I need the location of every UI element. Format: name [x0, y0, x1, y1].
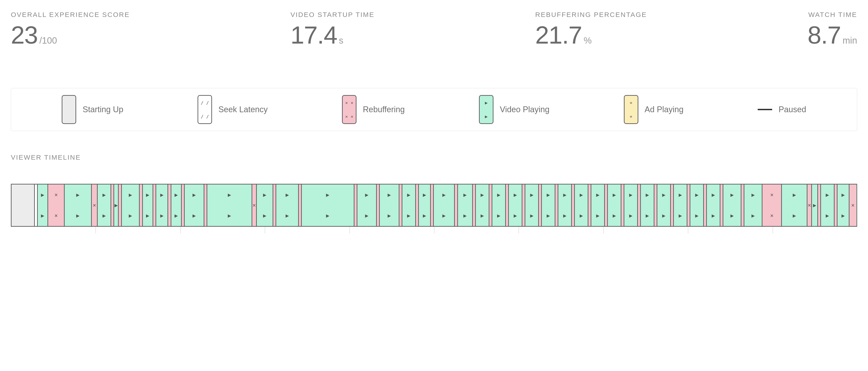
timeline-segment-playing[interactable]: ▶▶: [607, 184, 621, 226]
timeline-segment-rebuffer[interactable]: [571, 184, 574, 226]
axis-tick: [349, 227, 434, 234]
timeline-segment-playing[interactable]: ▶▶: [525, 184, 538, 226]
timeline-segment-playing[interactable]: ▶▶: [690, 184, 703, 226]
timeline-segment-playing[interactable]: ▶▶: [574, 184, 588, 226]
timeline-segment-playing[interactable]: ▶: [114, 184, 118, 226]
viewer-timeline-chart: ▶▶××▶▶×▶▶▶▶▶▶▶▶▶▶▶▶▶▶▶×▶▶▶▶▶▶▶▶▶▶▶▶▶▶▶▶▶…: [11, 184, 857, 234]
timeline-axis: [11, 227, 857, 234]
timeline-segment-rebuffer[interactable]: [741, 184, 744, 226]
timeline-segment-rebuffer[interactable]: ×: [91, 184, 97, 226]
timeline-segment-playing[interactable]: ▶▶: [97, 184, 111, 226]
timeline-segment-seek[interactable]: [34, 184, 37, 226]
legend-label: Starting Up: [83, 105, 123, 114]
timeline-segment-rebuffer[interactable]: [454, 184, 457, 226]
timeline-segment-rebuffer[interactable]: [555, 184, 558, 226]
timeline-segment-playing[interactable]: ▶▶: [402, 184, 415, 226]
seek-latency-icon: / // /: [197, 95, 212, 124]
timeline-segment-rebuffer[interactable]: [621, 184, 624, 226]
timeline-segment-playing[interactable]: ▶▶: [170, 184, 181, 226]
metric-label: WATCH TIME: [808, 11, 857, 19]
timeline-segment-rebuffer[interactable]: [139, 184, 142, 226]
timeline-segment-rebuffer[interactable]: ××: [762, 184, 781, 226]
timeline-segment-playing[interactable]: ▶▶: [640, 184, 654, 226]
timeline-segment-rebuffer[interactable]: [118, 184, 121, 226]
metrics-row: OVERALL EXPERIENCE SCORE 23 /100 VIDEO S…: [11, 11, 857, 47]
timeline-segment-rebuffer[interactable]: [399, 184, 402, 226]
axis-tick: [11, 227, 95, 234]
timeline-segment-rebuffer[interactable]: [167, 184, 170, 226]
timeline-segment-playing[interactable]: ▶▶: [184, 184, 204, 226]
timeline-segment-rebuffer[interactable]: [430, 184, 433, 226]
timeline-segment-rebuffer[interactable]: [522, 184, 525, 226]
legend-label: Ad Playing: [645, 105, 684, 114]
timeline-segment-rebuffer[interactable]: [489, 184, 492, 226]
timeline-segment-playing[interactable]: ▶▶: [64, 184, 91, 226]
timeline-segment-rebuffer[interactable]: [505, 184, 508, 226]
timeline-segment-playing[interactable]: ▶▶: [379, 184, 399, 226]
timeline-segment-rebuffer[interactable]: [111, 184, 114, 226]
timeline-segment-rebuffer[interactable]: ××: [48, 184, 64, 226]
timeline-segment-rebuffer[interactable]: [273, 184, 276, 226]
timeline-segment-playing[interactable]: ▶▶: [256, 184, 273, 226]
timeline-segment-playing[interactable]: ▶▶: [207, 184, 252, 226]
timeline-segment-playing[interactable]: ▶▶: [433, 184, 454, 226]
timeline-segment-playing[interactable]: ▶▶: [673, 184, 687, 226]
timeline-segment-rebuffer[interactable]: [181, 184, 184, 226]
timeline-segment-playing[interactable]: ▶▶: [820, 184, 834, 226]
axis-tick: [434, 227, 519, 234]
timeline-segment-rebuffer[interactable]: [670, 184, 673, 226]
timeline-segment-rebuffer[interactable]: [654, 184, 657, 226]
timeline-segment-playing[interactable]: ▶▶: [276, 184, 298, 226]
timeline-segment-rebuffer[interactable]: [588, 184, 591, 226]
legend-ad-playing: ++ Ad Playing: [624, 95, 684, 124]
timeline-segment-rebuffer[interactable]: [687, 184, 690, 226]
legend-starting-up: Starting Up: [62, 95, 123, 124]
timeline-segment-rebuffer[interactable]: [153, 184, 156, 226]
timeline-segment-rebuffer[interactable]: ×: [849, 184, 856, 226]
timeline-segment-playing[interactable]: ▶▶: [492, 184, 505, 226]
timeline-segment-playing[interactable]: ▶▶: [837, 184, 849, 226]
timeline-segment-playing[interactable]: ▶▶: [301, 184, 353, 226]
timeline-segment-rebuffer[interactable]: [538, 184, 541, 226]
timeline-segment-playing[interactable]: ▶▶: [457, 184, 472, 226]
timeline-segment-rebuffer[interactable]: [703, 184, 706, 226]
timeline-segment-playing[interactable]: ▶▶: [541, 184, 555, 226]
timeline-segment-playing[interactable]: ▶▶: [744, 184, 762, 226]
timeline-segment-rebuffer[interactable]: [604, 184, 607, 226]
timeline-segment-rebuffer[interactable]: [298, 184, 301, 226]
timeline-track[interactable]: ▶▶××▶▶×▶▶▶▶▶▶▶▶▶▶▶▶▶▶▶×▶▶▶▶▶▶▶▶▶▶▶▶▶▶▶▶▶…: [11, 184, 857, 227]
timeline-segment-playing[interactable]: ▶: [811, 184, 817, 226]
timeline-segment-starting_up[interactable]: [11, 184, 34, 226]
timeline-segment-playing[interactable]: ▶▶: [37, 184, 48, 226]
timeline-segment-rebuffer[interactable]: [376, 184, 379, 226]
timeline-segment-rebuffer[interactable]: [834, 184, 837, 226]
legend-label: Seek Latency: [218, 105, 268, 114]
timeline-segment-playing[interactable]: ▶▶: [723, 184, 741, 226]
timeline-segment-rebuffer[interactable]: [720, 184, 723, 226]
legend-rebuffering: × ×× × Rebuffering: [342, 95, 405, 124]
timeline-segment-rebuffer[interactable]: [204, 184, 207, 226]
metric-value: 21.7: [535, 23, 582, 47]
timeline-segment-playing[interactable]: ▶▶: [591, 184, 604, 226]
timeline-segment-rebuffer[interactable]: [817, 184, 820, 226]
timeline-segment-playing[interactable]: ▶▶: [624, 184, 637, 226]
timeline-segment-playing[interactable]: ▶▶: [418, 184, 430, 226]
timeline-segment-playing[interactable]: ▶▶: [357, 184, 376, 226]
timeline-legend: Starting Up / // / Seek Latency × ×× × R…: [11, 88, 857, 131]
timeline-segment-playing[interactable]: ▶▶: [142, 184, 153, 226]
timeline-segment-rebuffer[interactable]: ×: [807, 184, 811, 226]
timeline-segment-rebuffer[interactable]: ×: [252, 184, 256, 226]
timeline-segment-playing[interactable]: ▶▶: [156, 184, 167, 226]
timeline-segment-playing[interactable]: ▶▶: [475, 184, 489, 226]
timeline-segment-playing[interactable]: ▶▶: [657, 184, 670, 226]
timeline-segment-playing[interactable]: ▶▶: [558, 184, 571, 226]
timeline-segment-rebuffer[interactable]: [472, 184, 475, 226]
timeline-segment-rebuffer[interactable]: [415, 184, 418, 226]
timeline-segment-playing[interactable]: ▶▶: [706, 184, 720, 226]
timeline-segment-playing[interactable]: ▶▶: [781, 184, 807, 226]
timeline-segment-playing[interactable]: ▶▶: [508, 184, 522, 226]
timeline-segment-playing[interactable]: ▶▶: [121, 184, 139, 226]
metric-watch-time: WATCH TIME 8.7 min: [808, 11, 857, 47]
timeline-segment-rebuffer[interactable]: [637, 184, 640, 226]
timeline-segment-rebuffer[interactable]: [354, 184, 357, 226]
